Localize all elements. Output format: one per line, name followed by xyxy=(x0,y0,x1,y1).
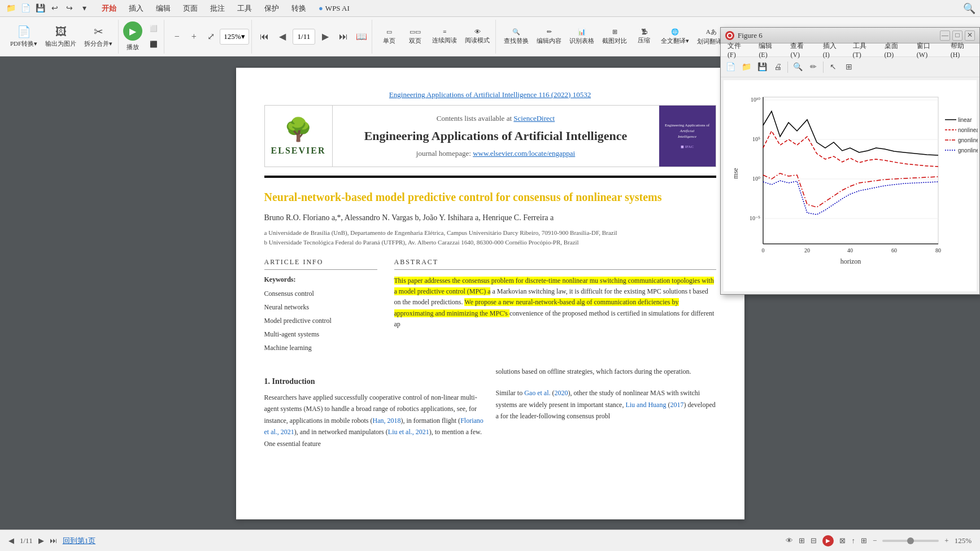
menu-item-page[interactable]: 页面 xyxy=(177,1,203,16)
status-btn-4[interactable]: ⊠ xyxy=(839,536,846,545)
single-page-button[interactable]: ▭ 单页 xyxy=(377,21,402,52)
zoom-selector[interactable]: 125% ▾ xyxy=(220,29,249,45)
zoom-out-status[interactable]: − xyxy=(873,536,877,545)
journal-cover-image: Engineering Applications of Artificial I… xyxy=(659,106,716,167)
save-icon[interactable]: 💾 xyxy=(34,2,46,15)
elsevier-logo-area: 🌳 ELSEVIER xyxy=(265,106,333,167)
popup-tool-4[interactable]: 🖨 xyxy=(770,60,785,75)
menu-item-start[interactable]: 开始 xyxy=(96,1,122,16)
popup-separator-2 xyxy=(823,62,824,73)
compress-button[interactable]: 🗜 压缩 xyxy=(631,21,656,52)
open-folder-icon[interactable]: 📁 xyxy=(5,2,17,15)
popup-menu-window[interactable]: 窗口(W) xyxy=(912,56,945,60)
black-divider xyxy=(264,176,716,178)
recognize-table-button[interactable]: 📊 识别表格 xyxy=(566,21,598,52)
popup-tool-cursor[interactable]: ↖ xyxy=(826,60,840,75)
next-page-status-button[interactable]: ▶ xyxy=(38,536,44,545)
journal-info: Contents lists available at ScienceDirec… xyxy=(333,106,659,167)
popup-tool-2[interactable]: 📁 xyxy=(739,60,753,75)
toolbar-nav-group: ⏮ ◀ 1/11 ▶ ⏭ 📖 xyxy=(254,20,373,54)
science-direct-link[interactable]: ScienceDirect xyxy=(513,114,555,123)
status-view-btn-2[interactable]: ⊟ xyxy=(811,536,817,545)
gao-link[interactable]: Gao et al. xyxy=(524,389,550,397)
menu-item-convert[interactable]: 转换 xyxy=(286,1,312,16)
undo-icon[interactable]: ↩ xyxy=(49,2,61,15)
edit-content-button[interactable]: ✏ 编辑内容 xyxy=(533,21,565,52)
han-link[interactable]: Han, xyxy=(372,417,385,425)
popup-tool-5[interactable]: 🔍 xyxy=(790,60,805,75)
intro-paragraph-3: Similar to Gao et al. (2020), other the … xyxy=(496,387,716,422)
journal-header-link[interactable]: Engineering Applications of Artificial I… xyxy=(264,90,716,99)
reading-mode-button[interactable]: 👁 阅读模式 xyxy=(461,21,493,52)
prev-page-status-button[interactable]: ◀ xyxy=(8,536,14,545)
fit-page-button[interactable]: ⤢ xyxy=(203,29,219,45)
back-to-first-label[interactable]: 回到第1页 xyxy=(63,536,96,546)
word-translate-icon: Aあ xyxy=(706,28,717,36)
popup-menu-desktop[interactable]: 桌面(D) xyxy=(880,56,911,60)
popup-tool-1[interactable]: 📄 xyxy=(723,60,738,75)
first-page-button[interactable]: ⏮ xyxy=(256,29,272,45)
export-image-button[interactable]: 🖼 输出为图片 xyxy=(42,21,80,52)
liu-huang-year[interactable]: 2017 xyxy=(670,401,683,409)
menu-item-edit[interactable]: 编辑 xyxy=(150,1,176,16)
body-right-col: solutions based on offline strategies, w… xyxy=(496,366,716,449)
next-page-button[interactable]: ▶ xyxy=(317,29,333,45)
svg-text:linear: linear xyxy=(958,117,972,123)
menu-item-protect[interactable]: 保护 xyxy=(259,1,285,16)
split-icon: ✂ xyxy=(94,25,103,38)
search-icon-top[interactable]: 🔍 xyxy=(963,2,975,15)
popup-tool-select[interactable]: ⊞ xyxy=(842,60,856,75)
figure-6-popup: Figure 6 — □ ✕ 文件(F) 编辑(E) 查看(V) 插入(I) 工… xyxy=(720,56,980,295)
menu-item-insert[interactable]: 插入 xyxy=(123,1,149,16)
normal-view-button[interactable]: ⬜ xyxy=(146,21,162,36)
page-indicator[interactable]: 1/11 xyxy=(293,29,316,45)
prev-page-button[interactable]: ◀ xyxy=(275,29,290,45)
han-year[interactable]: 2018 xyxy=(387,417,400,425)
keyword-1: Consensus control xyxy=(264,287,377,300)
continuous-read-button[interactable]: ≡ 连续阅读 xyxy=(429,21,460,52)
toolbar-zoom-group: − + ⤢ 125% ▾ xyxy=(167,20,251,54)
gao-year[interactable]: 2020 xyxy=(554,389,568,397)
double-page-button[interactable]: ▭▭ 双页 xyxy=(403,21,428,52)
split-merge-button[interactable]: ✂ 拆分合并▾ xyxy=(81,21,116,52)
full-translate-button[interactable]: 🌐 全文翻译▾ xyxy=(657,21,692,52)
menu-item-comment[interactable]: 批注 xyxy=(204,1,230,16)
new-doc-icon[interactable]: 📄 xyxy=(19,2,32,15)
liu-link[interactable]: Liu et al., 2021 xyxy=(388,428,429,436)
more-icon[interactable]: ▾ xyxy=(78,2,90,15)
zoom-in-button[interactable]: + xyxy=(186,29,202,45)
fullscreen-button[interactable]: ⬛ xyxy=(146,37,162,52)
menu-item-tools[interactable]: 工具 xyxy=(232,1,258,16)
svg-text:80: 80 xyxy=(935,247,941,253)
screenshot-icon: ⊞ xyxy=(612,28,617,36)
status-btn-5[interactable]: ↑ xyxy=(851,536,855,545)
play-button[interactable]: ▶ xyxy=(123,21,142,41)
status-play-btn[interactable]: ▶ xyxy=(822,535,834,546)
popup-tool-6[interactable]: ✏ xyxy=(806,60,821,75)
zoom-in-status[interactable]: + xyxy=(944,536,948,545)
zoom-dropdown-icon: ▾ xyxy=(241,32,245,41)
status-view-btn-1[interactable]: ⊞ xyxy=(799,536,805,545)
screenshot-compare-button[interactable]: ⊞ 截图对比 xyxy=(599,21,630,52)
keywords-label: Keywords: xyxy=(264,276,377,284)
chart-container: mse 10¹⁰ 10⁵ 10⁰ 10⁻⁵ 0 20 40 60 80 xyxy=(724,80,977,291)
book-view-button[interactable]: 📖 xyxy=(354,29,369,45)
popup-menu-help[interactable]: 帮助(H) xyxy=(946,56,977,60)
find-replace-button[interactable]: 🔍 查找替换 xyxy=(500,21,532,52)
view-icon[interactable]: 👁 xyxy=(786,536,793,545)
last-page-button[interactable]: ⏭ xyxy=(336,29,351,45)
liu-huang-link[interactable]: Liu and Huang xyxy=(625,401,666,409)
zoom-out-button[interactable]: − xyxy=(169,29,185,45)
floriano-year[interactable]: 2021 xyxy=(281,428,294,436)
popup-tool-3[interactable]: 💾 xyxy=(755,60,769,75)
pdf-convert-button[interactable]: 📄 PDF转换▾ xyxy=(7,21,41,52)
zoom-slider[interactable] xyxy=(882,540,939,542)
homepage-link[interactable]: www.elsevier.com/locate/engappai xyxy=(473,149,575,158)
redo-icon[interactable]: ↪ xyxy=(63,2,76,15)
zoom-level-status: 125% xyxy=(955,536,972,545)
last-page-status-button[interactable]: ⏭ xyxy=(50,536,57,545)
popup-separator-1 xyxy=(787,62,788,73)
zoom-slider-thumb[interactable] xyxy=(907,537,914,544)
status-btn-6[interactable]: ⊞ xyxy=(861,536,867,545)
menu-item-wps-ai[interactable]: ● WPS AI xyxy=(313,2,355,15)
